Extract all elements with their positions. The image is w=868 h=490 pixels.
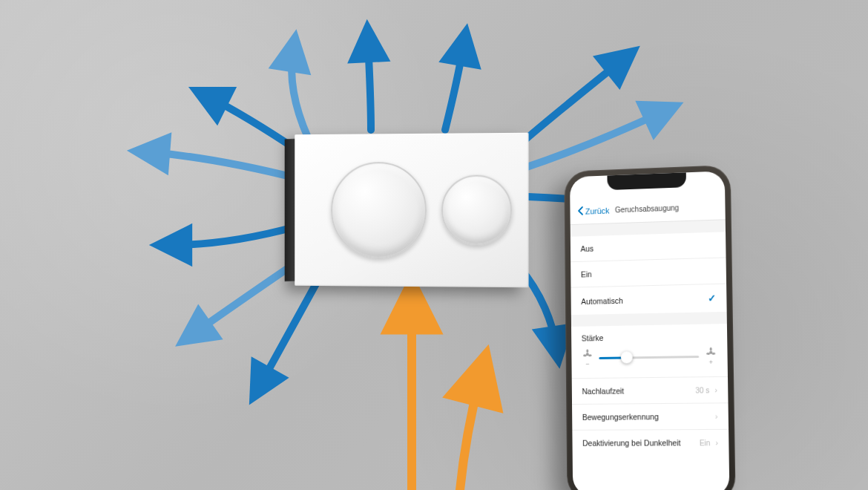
fan-minus-icon[interactable]: − [582,348,594,368]
chevron-left-icon [577,206,583,216]
product-scene: Zurück Geruchsabsaugung Aus Ein Automati… [0,0,868,490]
settings-section: Stärke − [571,324,729,456]
runout-label: Nachlaufzeit [582,386,624,396]
back-button[interactable]: Zurück [577,205,609,216]
phone-screen: Zurück Geruchsabsaugung Aus Ein Automati… [570,171,729,490]
mode-off-label: Aus [580,244,594,253]
mode-option-off[interactable]: Aus [571,232,726,262]
back-label: Zurück [585,206,610,215]
chevron-right-icon: › [715,412,718,421]
half-flush-button[interactable] [441,174,512,245]
chevron-right-icon: › [714,385,717,394]
full-flush-button[interactable] [331,162,427,258]
motion-label: Bewegungserkennung [582,412,659,422]
darkness-value: Ein [700,439,711,447]
strength-row: Stärke − [571,324,728,379]
fan-plus-icon[interactable]: + [705,347,717,366]
phone-notch [607,172,686,190]
strength-label: Stärke [582,331,717,342]
darkness-label: Deaktivierung bei Dunkelheit [582,438,680,447]
mode-auto-label: Automatisch [581,295,623,305]
flush-actuator-plate [295,133,528,288]
mode-option-auto[interactable]: Automatisch ✓ [571,284,727,316]
darkness-deactivation-row[interactable]: Deaktivierung bei Dunkelheit Ein › [572,430,729,456]
mode-option-on[interactable]: Ein [571,258,726,287]
mode-section: Aus Ein Automatisch ✓ [571,232,727,315]
runout-time-row[interactable]: Nachlaufzeit 30 s › [572,377,729,405]
chevron-right-icon: › [715,438,718,447]
smartphone-mockup: Zurück Geruchsabsaugung Aus Ein Automati… [564,165,735,490]
checkmark-icon: ✓ [708,293,716,304]
runout-value: 30 s [695,386,709,394]
mode-on-label: Ein [581,270,592,278]
strength-slider[interactable] [599,356,699,359]
nav-header: Zurück Geruchsabsaugung [570,193,725,225]
motion-detection-row[interactable]: Bewegungserkennung › [572,403,729,431]
orange-arrows-group [412,303,481,490]
slider-thumb[interactable] [621,351,633,363]
